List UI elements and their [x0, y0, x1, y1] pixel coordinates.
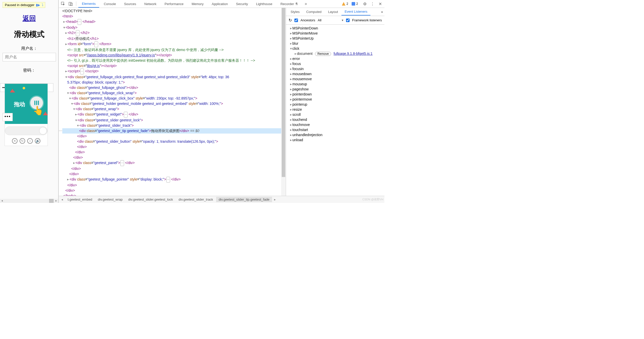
- inspect-icon[interactable]: [60, 2, 66, 6]
- close-icon[interactable]: ✕: [377, 2, 383, 6]
- event-item[interactable]: touchmove: [286, 122, 384, 127]
- password-label: 密码：: [23, 68, 35, 73]
- tab-styles[interactable]: Styles: [288, 8, 303, 15]
- event-item[interactable]: blur: [286, 41, 384, 46]
- refresh-icon[interactable]: ↻: [20, 138, 25, 144]
- tab-performance[interactable]: Performance: [161, 1, 187, 7]
- tab-elements[interactable]: Elements: [78, 0, 99, 8]
- event-item[interactable]: unhandledrejection: [286, 132, 384, 137]
- horizontal-scrollbar[interactable]: ◂▸: [0, 199, 58, 203]
- ancestors-checkbox[interactable]: [294, 19, 298, 22]
- event-target[interactable]: document Remove fullpage.9.1.8-bfget5.js…: [286, 51, 384, 56]
- framework-label: Framework listeners: [352, 18, 382, 22]
- device-icon[interactable]: [67, 2, 74, 6]
- more-tabs-icon[interactable]: »: [303, 2, 309, 6]
- info-icon[interactable]: i: [27, 138, 33, 144]
- event-item[interactable]: pointerdown: [286, 92, 384, 97]
- event-item[interactable]: touchstart: [286, 127, 384, 132]
- slider-button[interactable]: [39, 127, 47, 135]
- crumb-next-icon[interactable]: ▸: [273, 198, 277, 201]
- event-item[interactable]: pointermove: [286, 97, 384, 102]
- issues-warn[interactable]: 2: [342, 2, 348, 6]
- tab-console[interactable]: Console: [100, 1, 119, 7]
- slider-track[interactable]: [5, 126, 48, 135]
- event-item[interactable]: MSPointerUp: [286, 36, 384, 41]
- devtools: Elements Console Sources Network Perform…: [58, 0, 384, 203]
- right-more-icon[interactable]: »: [381, 10, 383, 14]
- ancestors-label: Ancestors: [301, 18, 315, 22]
- page-under-test: Paused in debugger ▮▶ ⤵ 返回 滑动模式 用户名： 密码：…: [0, 0, 58, 203]
- framework-checkbox[interactable]: [346, 19, 350, 22]
- listener-filter: ↻ Ancestors All ▾ Framework listeners: [286, 16, 384, 25]
- crumb-prev-icon[interactable]: ◂: [60, 198, 65, 201]
- event-item[interactable]: resize: [286, 107, 384, 112]
- step-over-icon[interactable]: ⤵: [42, 3, 43, 7]
- sound-icon[interactable]: 🔊: [35, 138, 40, 144]
- svg-rect-1: [69, 2, 71, 5]
- settings-icon[interactable]: ⚙: [362, 2, 368, 6]
- filter-all[interactable]: All ▾: [318, 18, 343, 22]
- close-icon[interactable]: ✕: [12, 138, 18, 144]
- tab-security[interactable]: Security: [232, 1, 251, 7]
- remove-button[interactable]: Remove: [315, 52, 331, 56]
- warning-icon: [342, 2, 346, 6]
- event-item-open[interactable]: click: [286, 46, 384, 51]
- event-item[interactable]: MSPointerMove: [286, 31, 384, 36]
- tab-application[interactable]: Application: [208, 1, 232, 7]
- crumb[interactable]: t.geetest_embed: [65, 197, 95, 202]
- dom-vertical-scrollbar[interactable]: [281, 8, 286, 196]
- event-item[interactable]: focusin: [286, 66, 384, 71]
- event-item[interactable]: mousemove: [286, 76, 384, 82]
- tab-event-listeners[interactable]: Event Listeners: [341, 8, 370, 15]
- event-item[interactable]: mouseup: [286, 82, 384, 87]
- event-item[interactable]: unload: [286, 137, 384, 142]
- event-item[interactable]: mousedown: [286, 71, 384, 76]
- event-item[interactable]: focus: [286, 61, 384, 66]
- event-item[interactable]: pageshow: [286, 87, 384, 92]
- event-item[interactable]: error: [286, 56, 384, 61]
- tab-network[interactable]: Network: [141, 1, 160, 7]
- captcha-controls: ✕ ↻ i 🔊: [5, 137, 48, 144]
- tab-sources[interactable]: Sources: [121, 1, 140, 7]
- resume-icon[interactable]: ▮▶: [36, 3, 40, 7]
- event-item[interactable]: scroll: [286, 112, 384, 117]
- kebab-icon[interactable]: ⋮: [369, 2, 376, 6]
- right-tabs: Styles Computed Layout Event Listeners »: [286, 8, 384, 16]
- username-label: 用户名：: [21, 46, 37, 51]
- crumb[interactable]: div.geetest_slider.geetest_lock: [126, 197, 175, 202]
- more-button[interactable]: •••: [3, 113, 13, 121]
- hand-icon: 👆: [33, 105, 43, 116]
- page-title: 滑动模式: [14, 29, 44, 40]
- watermark: CSDN @依野VH: [362, 198, 383, 201]
- tab-recorder[interactable]: Recorder ⚗: [277, 1, 302, 7]
- source-link[interactable]: fullpage.9.1.8-bfget5.js:1: [334, 52, 372, 56]
- back-link[interactable]: 返回: [23, 14, 36, 23]
- crumb-active[interactable]: div.geetest_slider_tip.geetest_fade: [216, 197, 272, 202]
- reload-icon[interactable]: ↻: [289, 18, 292, 23]
- tab-memory[interactable]: Memory: [188, 1, 207, 7]
- crumb[interactable]: div.geetest_wrap: [95, 197, 125, 202]
- right-panel: Styles Computed Layout Event Listeners »…: [286, 8, 384, 196]
- selected-node[interactable]: ⋯ <div class="geetest_slider_tip geetest…: [62, 128, 281, 134]
- tab-layout[interactable]: Layout: [325, 8, 341, 15]
- tab-computed[interactable]: Computed: [303, 8, 324, 15]
- dom-tree[interactable]: <!DOCTYPE html> <html> <head>⋯ </head> <…: [59, 8, 281, 196]
- breadcrumb: ◂ t.geetest_embed div.geetest_wrap div.g…: [59, 196, 384, 203]
- event-list[interactable]: MSPointerDown MSPointerMove MSPointerUp …: [286, 25, 384, 196]
- devtools-tabs: Elements Console Sources Network Perform…: [59, 0, 384, 8]
- debugger-paused-badge: Paused in debugger ▮▶ ⤵: [3, 2, 45, 8]
- info-badge-icon: [352, 2, 355, 6]
- issues-info[interactable]: 2: [352, 2, 358, 6]
- paused-text: Paused in debugger: [5, 3, 34, 7]
- username-input[interactable]: [3, 53, 56, 61]
- event-item[interactable]: MSPointerDown: [286, 26, 384, 31]
- crumb[interactable]: div.geetest_slider_track: [176, 197, 216, 202]
- event-item[interactable]: touchend: [286, 117, 384, 122]
- drag-text: 拖动: [14, 101, 25, 108]
- event-item[interactable]: pointerup: [286, 102, 384, 107]
- tab-lighthouse[interactable]: Lighthouse: [252, 1, 276, 7]
- doctype: <!DOCTYPE html>: [62, 9, 92, 13]
